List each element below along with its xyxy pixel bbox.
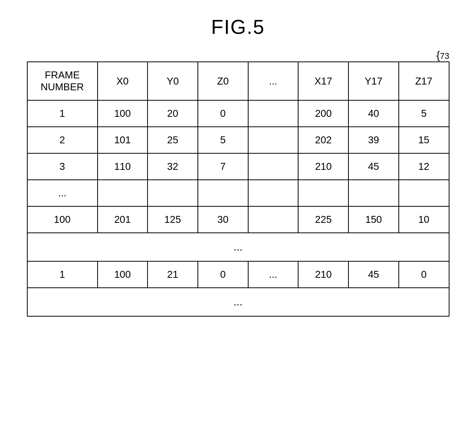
cell-x0-ellipsis [98,180,148,206]
table-row: 1 100 21 0 ... 210 45 0 [27,261,449,288]
cell-z17-3: 12 [399,153,449,180]
cell-z17-2: 15 [399,127,449,153]
cell-y0-2: 25 [148,127,198,153]
cell-z17-ellipsis [399,180,449,206]
cell-y0-3: 32 [148,153,198,180]
table-container: {73 FRAMENUMBER X0 Y0 Z0 ... X17 Y17 Z17… [27,61,449,317]
cell-x17-100: 225 [298,206,348,233]
header-x17: X17 [298,62,348,100]
cell-x0-2: 101 [98,127,148,153]
page-title: FIG.5 [211,15,265,38]
label-value: 73 [440,51,449,61]
table-row: 3 110 32 7 210 45 12 [27,153,449,180]
cell-y17-2: 39 [348,127,399,153]
cell-y17-100: 150 [348,206,399,233]
cell-dots-2 [248,127,299,153]
cell-y0-100: 125 [148,206,198,233]
header-z0: Z0 [198,62,248,100]
cell-frame-100: 100 [27,206,98,233]
cell-frame-ellipsis: ... [27,180,98,206]
cell-y0-1: 20 [148,100,198,127]
cell-dots-last: ... [248,261,299,288]
cell-x0-last: 100 [98,261,148,288]
table-row: ... [27,180,449,206]
cell-x17-3: 210 [298,153,348,180]
table-row: 100 201 125 30 225 150 10 [27,206,449,233]
cell-y17-3: 45 [348,153,399,180]
table-row: 1 100 20 0 200 40 5 [27,100,449,127]
cell-y17-last: 45 [348,261,399,288]
header-y17: Y17 [348,62,399,100]
label-73: {73 [436,49,449,61]
cell-dots-ellipsis [248,180,299,206]
data-table: FRAMENUMBER X0 Y0 Z0 ... X17 Y17 Z17 1 1… [27,61,449,317]
header-z17: Z17 [399,62,449,100]
cell-z0-3: 7 [198,153,248,180]
final-dots: ... [27,288,449,316]
header-y0: Y0 [148,62,198,100]
cell-z17-1: 5 [399,100,449,127]
cell-y17-ellipsis [348,180,399,206]
cell-frame-2: 2 [27,127,98,153]
cell-frame-last: 1 [27,261,98,288]
cell-z0-1: 0 [198,100,248,127]
cell-dots-1 [248,100,299,127]
cell-z0-100: 30 [198,206,248,233]
separator-dots: ... [27,233,449,261]
cell-dots-100 [248,206,299,233]
cell-x17-2: 202 [298,127,348,153]
cell-z17-last: 0 [399,261,449,288]
brace-icon: { [436,49,440,61]
cell-frame-3: 3 [27,153,98,180]
cell-x17-ellipsis [298,180,348,206]
header-frame-number: FRAMENUMBER [27,62,98,100]
header-x0: X0 [98,62,148,100]
cell-x17-last: 210 [298,261,348,288]
cell-x0-3: 110 [98,153,148,180]
cell-y17-1: 40 [348,100,399,127]
cell-y0-last: 21 [148,261,198,288]
cell-z0-ellipsis [198,180,248,206]
final-dots-row: ... [27,288,449,316]
cell-dots-3 [248,153,299,180]
table-row: 2 101 25 5 202 39 15 [27,127,449,153]
cell-x0-100: 201 [98,206,148,233]
cell-x17-1: 200 [298,100,348,127]
cell-z0-last: 0 [198,261,248,288]
separator-row: ... [27,233,449,261]
cell-z17-100: 10 [399,206,449,233]
cell-x0-1: 100 [98,100,148,127]
cell-y0-ellipsis [148,180,198,206]
header-dots: ... [248,62,299,100]
cell-z0-2: 5 [198,127,248,153]
cell-frame-1: 1 [27,100,98,127]
table-header-row: FRAMENUMBER X0 Y0 Z0 ... X17 Y17 Z17 [27,62,449,100]
